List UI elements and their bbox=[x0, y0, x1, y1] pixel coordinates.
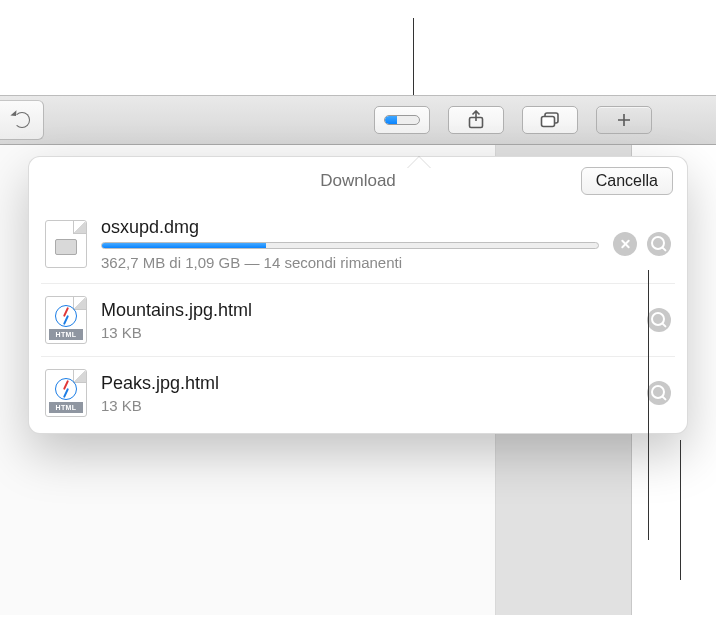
download-progress-fill bbox=[102, 243, 266, 248]
stop-download-button[interactable] bbox=[613, 232, 637, 256]
reveal-in-finder-button[interactable] bbox=[647, 381, 671, 405]
download-actions bbox=[647, 308, 671, 332]
download-progress-bar bbox=[101, 242, 599, 249]
new-tab-button[interactable] bbox=[596, 106, 652, 134]
download-item: HTML Peaks.jpg.html 13 KB bbox=[41, 356, 675, 429]
safari-compass-icon bbox=[55, 378, 77, 400]
download-body: osxupd.dmg 362,7 MB di 1,09 GB — 14 seco… bbox=[101, 217, 599, 271]
downloads-popover: Download Cancella osxupd.dmg 362,7 MB di… bbox=[28, 156, 688, 434]
download-item: osxupd.dmg 362,7 MB di 1,09 GB — 14 seco… bbox=[41, 205, 675, 283]
downloads-progress-fill bbox=[385, 116, 397, 124]
tabs-icon bbox=[539, 111, 561, 129]
download-filename: Mountains.jpg.html bbox=[101, 300, 633, 321]
file-html-icon: HTML bbox=[45, 296, 87, 344]
reload-icon bbox=[14, 112, 30, 128]
reveal-in-finder-button[interactable] bbox=[647, 232, 671, 256]
file-badge: HTML bbox=[49, 329, 83, 340]
download-filename: Peaks.jpg.html bbox=[101, 373, 633, 394]
reload-button[interactable] bbox=[0, 100, 44, 140]
download-body: Mountains.jpg.html 13 KB bbox=[101, 300, 633, 341]
callout-line-reveal bbox=[680, 440, 681, 580]
share-icon bbox=[467, 110, 485, 130]
clear-button[interactable]: Cancella bbox=[581, 167, 673, 195]
downloads-list: osxupd.dmg 362,7 MB di 1,09 GB — 14 seco… bbox=[29, 205, 687, 429]
share-button[interactable] bbox=[448, 106, 504, 134]
file-badge: HTML bbox=[49, 402, 83, 413]
download-actions bbox=[647, 381, 671, 405]
show-tabs-button[interactable] bbox=[522, 106, 578, 134]
safari-compass-icon bbox=[55, 305, 77, 327]
downloads-button[interactable] bbox=[374, 106, 430, 134]
clear-button-label: Cancella bbox=[596, 172, 658, 190]
reveal-in-finder-button[interactable] bbox=[647, 308, 671, 332]
download-actions bbox=[613, 232, 671, 256]
plus-icon bbox=[616, 112, 632, 128]
svg-rect-2 bbox=[542, 117, 555, 127]
download-status: 362,7 MB di 1,09 GB — 14 secondi rimanen… bbox=[101, 254, 599, 271]
download-status: 13 KB bbox=[101, 324, 633, 341]
browser-toolbar bbox=[0, 95, 716, 145]
callout-line-stop bbox=[648, 270, 649, 540]
download-filename: osxupd.dmg bbox=[101, 217, 599, 238]
popover-title: Download bbox=[320, 171, 396, 191]
file-dmg-icon bbox=[45, 220, 87, 268]
download-body: Peaks.jpg.html 13 KB bbox=[101, 373, 633, 414]
disk-image-glyph-icon bbox=[55, 239, 77, 255]
callout-line-downloads bbox=[413, 18, 414, 100]
download-status: 13 KB bbox=[101, 397, 633, 414]
file-html-icon: HTML bbox=[45, 369, 87, 417]
popover-header: Download Cancella bbox=[29, 157, 687, 205]
download-item: HTML Mountains.jpg.html 13 KB bbox=[41, 283, 675, 356]
downloads-progress-icon bbox=[384, 115, 420, 125]
